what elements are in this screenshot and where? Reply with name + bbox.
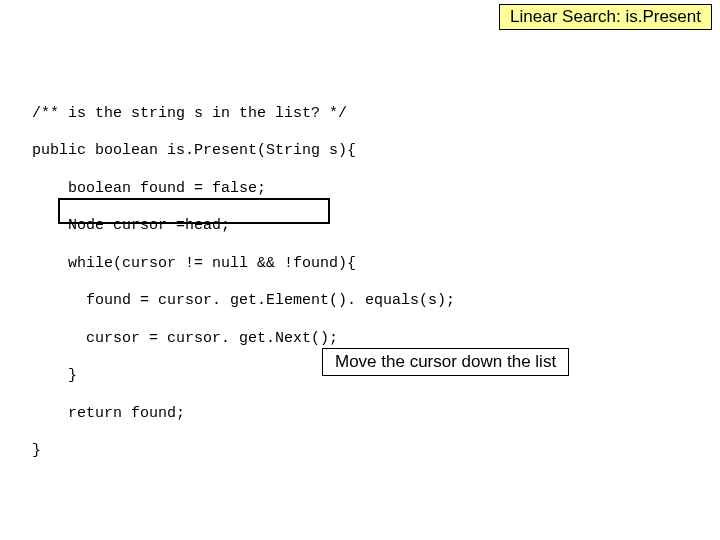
code-block: /** is the string s in the list? */ publ… [32,86,455,480]
code-line-5: found = cursor. get.Element(). equals(s)… [32,292,455,311]
code-line-1: public boolean is.Present(String s){ [32,142,455,161]
code-line-6: cursor = cursor. get.Next(); [32,330,455,349]
code-line-0: /** is the string s in the list? */ [32,105,455,124]
code-line-9: } [32,442,455,461]
slide-title-text: Linear Search: is.Present [510,7,701,26]
caption-text: Move the cursor down the list [335,352,556,371]
caption-box: Move the cursor down the list [322,348,569,376]
code-line-2: boolean found = false; [32,180,455,199]
code-line-8: return found; [32,405,455,424]
code-line-4: while(cursor != null && !found){ [32,255,455,274]
code-line-3: Node cursor =head; [32,217,455,236]
slide-title-box: Linear Search: is.Present [499,4,712,30]
